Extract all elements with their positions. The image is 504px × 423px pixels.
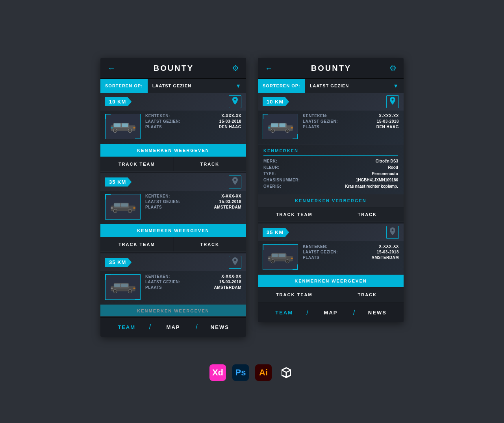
right-card-1-merk-label: MERK:	[263, 159, 315, 163]
right-card-2-details: KENTEKEN: X-XXX-XX LAATST GEZIEN: 15-03-…	[303, 244, 399, 270]
left-card-3-header: 35 KM	[100, 253, 246, 271]
right-card-1-details: KENTEKEN: X-XXX-XX LAATST GEZIEN: 15-03-…	[303, 114, 399, 139]
ps-tool-button[interactable]: Ps	[232, 364, 249, 381]
right-card-2-track-team-btn[interactable]: TRACK TEAM	[258, 288, 331, 302]
right-card-2-plaats-value: AMSTERDAM	[372, 255, 399, 260]
svg-rect-36	[271, 123, 278, 127]
svg-rect-7	[122, 123, 128, 127]
left-card-1-plaats-label: PLAATS	[145, 125, 162, 129]
right-card-1-gezien-value: 15-03-2018	[377, 119, 399, 124]
left-sort-value[interactable]: LAATST GEZIEN ▼	[148, 79, 246, 93]
left-card-3-plaats-label: PLAATS	[145, 285, 162, 290]
right-card-1-overig-label: OVERIG:	[263, 184, 315, 188]
right-card-1-type-row: TYPE: Personenauto	[263, 172, 398, 176]
left-card-3-details: KENTEKEN: X-XXX-XX LAATST GEZIEN: 15-03-…	[145, 274, 241, 300]
svg-rect-26	[114, 284, 120, 287]
svg-rect-48	[268, 258, 270, 259]
unity-tool-button[interactable]	[278, 364, 295, 381]
left-card-1-gezien-value: 15-03-2018	[219, 119, 241, 124]
right-card-1-overig-value: Kras naast rechter koplamp.	[315, 184, 398, 188]
right-nav-map[interactable]: MAP	[308, 310, 353, 316]
left-card-3-distance: 35 KM	[105, 258, 132, 267]
right-card-2-track-btn[interactable]: TRACK	[331, 288, 404, 302]
left-header: ← BOUNTY ⚙	[100, 58, 246, 79]
right-card-1-kenmerken-verbergen-btn[interactable]: KENMERKEN VERBERGEN	[258, 194, 404, 207]
right-card-2-kenmerken-btn[interactable]: KENMERKEN WEERGEVEN	[258, 275, 404, 287]
left-sort-bar: SORTEREN OP: LAATST GEZIEN ▼	[100, 79, 246, 93]
right-card-1-merk-row: MERK: Citroën DS3	[263, 159, 398, 163]
svg-rect-6	[113, 123, 120, 127]
svg-rect-29	[133, 288, 135, 289]
right-card-2-kenteken-label: KENTEKEN:	[303, 244, 328, 249]
xd-tool-label: Xd	[212, 368, 223, 378]
left-nav-team[interactable]: TEAM	[104, 324, 149, 330]
left-card-2-plaats-label: PLAATS	[145, 205, 162, 209]
left-card-1-track-team-btn[interactable]: TRACK TEAM	[100, 157, 174, 171]
left-card-3: 35 KM	[100, 253, 246, 316]
right-nav-team[interactable]: TEAM	[262, 310, 306, 316]
svg-rect-38	[268, 127, 270, 129]
right-card-1-chassis-row: CHASISNUMMER: 1HGBH41JXMN109186	[263, 178, 398, 182]
right-card-2-image	[263, 244, 298, 270]
right-card-1-chassis-label: CHASISNUMMER:	[263, 178, 315, 182]
right-card-1-track-team-btn[interactable]: TRACK TEAM	[258, 207, 331, 222]
right-sort-text: LAATST GEZIEN	[310, 83, 349, 88]
right-card-1-kenteken-value: X-XXX-XX	[379, 114, 399, 118]
right-card-1-plaats-label: PLAATS	[303, 125, 319, 129]
right-card-1-body: KENTEKEN: X-XXX-XX LAATST GEZIEN: 15-03-…	[258, 111, 404, 144]
left-card-2-track-btn[interactable]: TRACK	[174, 237, 246, 251]
left-card-2-track-team-btn[interactable]: TRACK TEAM	[100, 237, 174, 251]
left-card-1-location-icon[interactable]	[229, 95, 241, 108]
left-card-2-actions: TRACK TEAM TRACK	[100, 237, 246, 251]
right-card-1-kenteken-row: KENTEKEN: X-XXX-XX	[303, 114, 399, 118]
left-card-1-plaats-row: PLAATS DEN HAAG	[145, 125, 241, 129]
left-nav-map[interactable]: MAP	[151, 324, 195, 330]
right-card-1-location-icon[interactable]	[386, 95, 399, 108]
svg-rect-17	[121, 203, 128, 207]
right-settings-button[interactable]: ⚙	[389, 63, 397, 73]
right-card-2-header: 35 KM	[258, 224, 404, 241]
right-bottom-nav: TEAM / MAP / NEWS	[258, 303, 404, 322]
left-card-3-plaats-row: PLAATS AMSTERDAM	[145, 285, 241, 290]
left-card-3-kenmerken-btn[interactable]: KENMERKEN WEERGEVEN	[100, 305, 246, 316]
xd-tool-button[interactable]: Xd	[209, 364, 226, 381]
right-app-title: BOUNTY	[311, 64, 351, 73]
left-settings-button[interactable]: ⚙	[232, 63, 239, 73]
right-card-1-gezien-row: LAATST GEZIEN: 15-03-2018	[303, 119, 399, 124]
right-sort-bar: SORTEREN OP: LAATST GEZIEN ▼	[258, 79, 404, 93]
left-nav-news[interactable]: NEWS	[198, 324, 242, 330]
right-sort-value[interactable]: LAATST GEZIEN ▼	[305, 79, 404, 93]
right-back-button[interactable]: ←	[265, 64, 273, 73]
left-card-3-location-icon[interactable]	[229, 256, 241, 269]
right-nav-news[interactable]: NEWS	[355, 310, 400, 316]
left-card-1-track-btn[interactable]: TRACK	[174, 157, 246, 171]
right-card-2-kenteken-value: X-XXX-XX	[379, 244, 399, 249]
right-card-1-overig-row: OVERIG: Kras naast rechter koplamp.	[263, 184, 398, 188]
left-card-1-gezien-row: LAATST GEZIEN: 15-03-2018	[145, 119, 241, 124]
right-card-1-kleur-row: KLEUR: Rood	[263, 165, 398, 170]
left-card-2-gezien-label: LAATST GEZIEN:	[145, 199, 180, 204]
left-card-3-plaats-value: AMSTERDAM	[214, 285, 242, 290]
right-card-2-gezien-label: LAATST GEZIEN:	[303, 250, 338, 254]
left-card-1-header: 10 KM	[100, 93, 246, 111]
ai-tool-button[interactable]: Ai	[255, 364, 272, 381]
left-card-2-kenmerken-btn[interactable]: KENMERKEN WEERGEVEN	[100, 224, 246, 237]
left-card-2-location-icon[interactable]	[229, 175, 241, 188]
left-card-2: 35 KM	[100, 173, 246, 251]
svg-rect-27	[121, 284, 128, 287]
left-card-1-kenmerken-btn[interactable]: KENMERKEN WEERGEVEN	[100, 144, 246, 157]
svg-point-43	[272, 260, 273, 262]
svg-point-5	[129, 130, 131, 131]
right-card-1-track-btn[interactable]: TRACK	[331, 207, 404, 222]
right-header: ← BOUNTY ⚙	[258, 58, 404, 79]
left-back-button[interactable]: ←	[107, 64, 115, 73]
right-card-2-location-icon[interactable]	[386, 226, 399, 239]
right-card-1: 10 KM	[258, 93, 404, 222]
right-content-area: 10 KM	[258, 93, 404, 302]
svg-point-35	[287, 130, 288, 131]
left-card-2-details: KENTEKEN: X-XXX-XX LAATST GEZIEN: 15-03-…	[145, 194, 241, 220]
left-card-2-distance: 35 KM	[105, 177, 132, 187]
right-phone-screen: ← BOUNTY ⚙ SORTEREN OP: LAATST GEZIEN ▼ …	[258, 58, 404, 322]
right-card-2-distance: 35 KM	[263, 228, 289, 237]
right-card-2-kenteken-row: KENTEKEN: X-XXX-XX	[303, 244, 399, 249]
